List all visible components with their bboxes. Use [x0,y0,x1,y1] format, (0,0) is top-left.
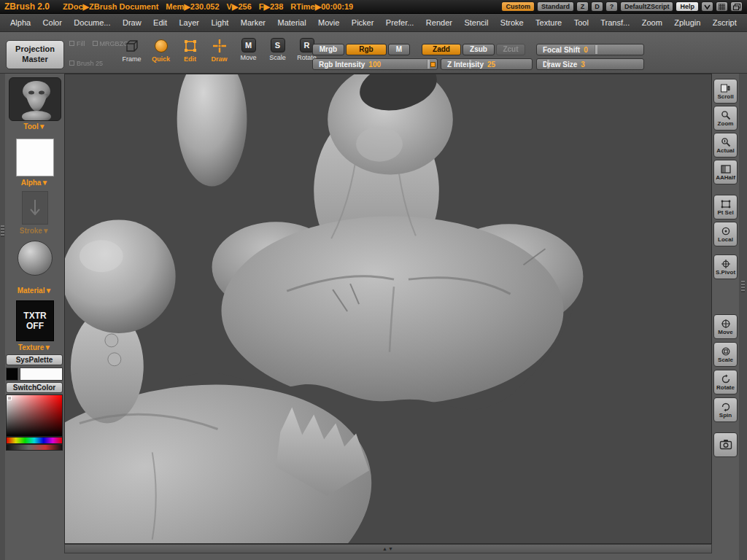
switchcolor-button[interactable]: SwitchColor [6,382,63,393]
color-picker-gradient[interactable] [6,394,63,437]
frame-button[interactable]: Frame [120,38,144,63]
d-button[interactable]: D [591,1,603,12]
slider-handle[interactable] [468,60,471,69]
left-tray-grip[interactable] [1,225,4,237]
move-letter-icon: M [241,38,256,52]
menu-item-marker[interactable]: Marker [241,18,266,27]
left-shelf: Tool▼ Alpha▼ Stroke▼ Material▼ TXTR OFF … [5,74,64,560]
rotate-gyro-icon [720,374,732,384]
left-tray-divider[interactable] [0,74,5,560]
menu-item-draw[interactable]: Draw [123,18,142,27]
local-transform-icon [720,226,732,236]
slider-handle[interactable] [427,60,430,69]
top-shelf: Projection Master Fill MRGBZG Brush 25 F… [0,32,747,74]
alpha-popup-label[interactable]: Alpha▼ [5,179,64,187]
right-shelf: Scroll Zoom Actual AAHalf Pt Sel Local S… [712,74,739,560]
tool-popup-label[interactable]: Tool▼ [5,122,64,131]
zoom-button[interactable]: Zoom [713,106,738,131]
current-texture-preview[interactable]: TXTR OFF [16,300,54,341]
default-zscript-button[interactable]: DefaultZScript [620,1,674,12]
scale-mode-button[interactable]: S Scale [266,38,290,63]
actual-size-button[interactable]: Actual [713,133,738,158]
draw-button[interactable]: Draw [207,38,231,63]
color-picker-hue-strip[interactable] [6,437,63,444]
current-stroke-preview[interactable] [22,191,48,225]
menu-item-alpha[interactable]: Alpha [10,18,31,27]
menu-item-color[interactable]: Color [43,18,62,27]
set-pivot-button[interactable]: S.Pivot [713,254,738,279]
spin-button[interactable]: Spin [713,397,738,422]
projection-master-button[interactable]: Projection Master [6,40,64,69]
rgb-button[interactable]: Rgb [346,44,387,55]
help-mark-button[interactable]: ? [605,1,618,12]
snapshot-button[interactable] [713,432,738,457]
mrgb-button[interactable]: Mrgb [312,44,344,55]
point-select-button[interactable]: Pt Sel [713,195,738,219]
m-button[interactable]: M [388,44,410,55]
current-alpha-preview[interactable] [16,139,54,176]
canvas-scrollbar[interactable]: ▲▼ [64,544,712,553]
syspalette-button[interactable]: SysPalette [6,354,63,365]
local-button[interactable]: Local [713,222,738,246]
color-picker-cursor[interactable] [7,396,12,400]
menu-item-movie[interactable]: Movie [318,18,339,27]
menu-item-document[interactable]: Docume... [74,18,110,27]
menu-item-stroke[interactable]: Stroke [500,18,524,27]
z-button[interactable]: Z [576,1,589,12]
canvas-scroll-handle[interactable]: ▲▼ [382,546,394,551]
menu-item-stencil[interactable]: Stencil [464,18,488,27]
menu-item-layer[interactable]: Layer [179,18,199,27]
aahalf-button[interactable]: AAHalf [713,160,738,184]
menu-item-zplugin[interactable]: Zplugin [674,18,700,27]
rotate-gyro-button[interactable]: Rotate [713,370,738,394]
grid-icon[interactable] [716,1,728,12]
current-tool-preview[interactable] [9,77,61,121]
move-gyro-button[interactable]: Move [713,314,738,339]
z-intensity-slider[interactable]: Z Intensity 25 [441,58,533,70]
menu-item-picker[interactable]: Picker [352,18,374,27]
menu-item-texture[interactable]: Texture [535,18,562,27]
material-popup-label[interactable]: Material▼ [5,287,64,295]
disabled-item-brush: Brush 25 [69,60,103,67]
menu-item-zoom[interactable]: Zoom [642,18,662,27]
window-icon[interactable] [730,1,743,12]
rgb-intensity-slider[interactable]: Rgb Intensity 100 [312,58,438,70]
secondary-color-swatch[interactable] [6,368,18,381]
draw-size-slider[interactable]: Draw Size 3 [536,58,644,70]
slider-handle[interactable] [595,45,597,54]
menu-item-zscript[interactable]: Zscript [713,18,737,27]
scale-gyro-button[interactable]: Scale [713,342,738,367]
current-material-preview[interactable] [18,241,53,276]
move-mode-button[interactable]: M Move [236,38,260,63]
quick-circle-icon [153,38,169,54]
slider-handle[interactable] [546,60,549,69]
focal-shift-slider[interactable]: Focal Shift 0 [536,44,644,55]
vertices-stat: V▶256 [227,2,252,12]
main-color-swatch[interactable] [20,368,63,381]
stroke-popup-label[interactable]: Stroke▼ [5,227,64,235]
chevron-down-icon[interactable] [701,1,713,12]
menu-item-preferences[interactable]: Prefer... [386,18,414,27]
scroll-button[interactable]: Scroll [713,79,738,104]
texture-popup-label[interactable]: Texture▼ [5,343,64,351]
edit-button[interactable]: Edit [178,38,202,63]
menu-item-render[interactable]: Render [426,18,452,27]
arrow-down-icon [28,198,42,217]
help-button[interactable]: Help [676,1,699,12]
zsub-button[interactable]: Zsub [462,44,495,55]
menu-item-light[interactable]: Light [211,18,228,27]
move-gyro-icon [720,319,732,329]
right-tray-divider[interactable] [739,74,747,560]
menu-item-edit[interactable]: Edit [153,18,167,27]
disabled-shelf-items-row2: Brush 25 [69,60,103,67]
custom-ui-button[interactable]: Custom [501,1,535,12]
right-tray-grip[interactable] [741,281,745,292]
color-picker-value-strip[interactable] [6,444,63,451]
document-canvas[interactable] [64,74,712,544]
menu-item-material[interactable]: Material [277,18,306,27]
standard-ui-button[interactable]: Standard [537,1,574,12]
menu-item-transform[interactable]: Transf... [600,18,630,27]
zadd-button[interactable]: Zadd [422,44,461,55]
menu-item-tool[interactable]: Tool [574,18,589,27]
quick-button[interactable]: Quick [149,38,173,63]
